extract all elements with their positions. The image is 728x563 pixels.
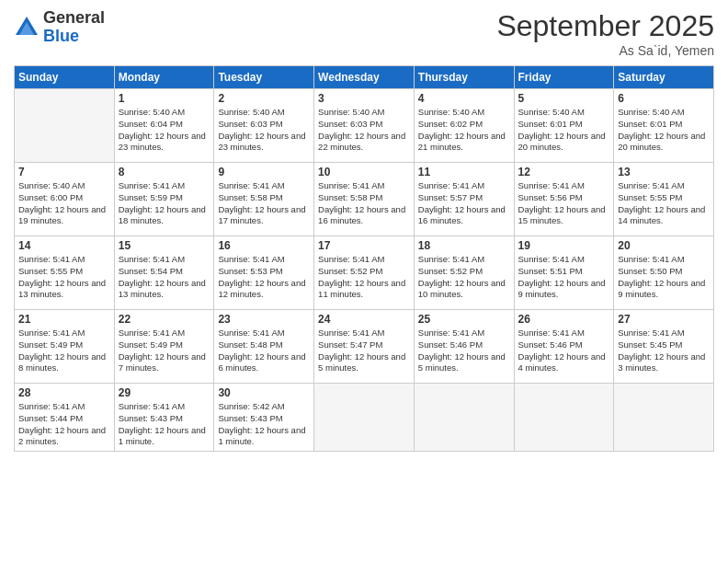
day-cell: 21Sunrise: 5:41 AM Sunset: 5:49 PM Dayli… xyxy=(15,310,115,384)
col-saturday: Saturday xyxy=(614,66,714,89)
day-cell xyxy=(614,384,714,452)
day-number: 11 xyxy=(418,166,510,178)
day-number: 14 xyxy=(18,239,110,252)
day-info: Sunrise: 5:41 AM Sunset: 5:58 PM Dayligh… xyxy=(318,180,410,227)
day-cell: 3Sunrise: 5:40 AM Sunset: 6:03 PM Daylig… xyxy=(314,89,415,163)
day-info: Sunrise: 5:42 AM Sunset: 5:43 PM Dayligh… xyxy=(218,401,310,448)
day-number: 12 xyxy=(518,166,610,178)
day-cell: 20Sunrise: 5:41 AM Sunset: 5:50 PM Dayli… xyxy=(614,236,714,310)
header-row: Sunday Monday Tuesday Wednesday Thursday… xyxy=(15,66,714,89)
day-cell: 7Sunrise: 5:40 AM Sunset: 6:00 PM Daylig… xyxy=(15,163,115,236)
day-info: Sunrise: 5:41 AM Sunset: 5:47 PM Dayligh… xyxy=(318,327,410,374)
day-cell: 2Sunrise: 5:40 AM Sunset: 6:03 PM Daylig… xyxy=(214,89,314,163)
week-row-3: 14Sunrise: 5:41 AM Sunset: 5:55 PM Dayli… xyxy=(15,236,714,310)
day-number: 26 xyxy=(518,313,610,326)
day-cell: 18Sunrise: 5:41 AM Sunset: 5:52 PM Dayli… xyxy=(414,236,514,310)
day-cell: 22Sunrise: 5:41 AM Sunset: 5:49 PM Dayli… xyxy=(114,310,214,384)
day-info: Sunrise: 5:41 AM Sunset: 5:55 PM Dayligh… xyxy=(18,254,110,301)
day-cell: 28Sunrise: 5:41 AM Sunset: 5:44 PM Dayli… xyxy=(15,384,115,452)
calendar-title: September 2025 xyxy=(496,9,714,43)
day-info: Sunrise: 5:41 AM Sunset: 5:55 PM Dayligh… xyxy=(618,180,710,227)
day-cell: 6Sunrise: 5:40 AM Sunset: 6:01 PM Daylig… xyxy=(614,89,714,163)
day-number: 21 xyxy=(18,313,110,326)
day-info: Sunrise: 5:41 AM Sunset: 5:45 PM Dayligh… xyxy=(618,327,710,374)
calendar-subtitle: As Sa`id, Yemen xyxy=(496,43,714,58)
col-tuesday: Tuesday xyxy=(214,66,314,89)
day-number: 25 xyxy=(418,313,510,326)
day-info: Sunrise: 5:41 AM Sunset: 5:59 PM Dayligh… xyxy=(119,180,210,227)
day-cell: 12Sunrise: 5:41 AM Sunset: 5:56 PM Dayli… xyxy=(514,163,614,236)
day-number: 6 xyxy=(618,92,710,105)
day-cell: 5Sunrise: 5:40 AM Sunset: 6:01 PM Daylig… xyxy=(514,89,614,163)
day-cell: 13Sunrise: 5:41 AM Sunset: 5:55 PM Dayli… xyxy=(614,163,714,236)
day-info: Sunrise: 5:40 AM Sunset: 6:00 PM Dayligh… xyxy=(18,180,110,227)
col-sunday: Sunday xyxy=(15,66,115,89)
day-info: Sunrise: 5:40 AM Sunset: 6:02 PM Dayligh… xyxy=(418,107,510,154)
day-cell: 15Sunrise: 5:41 AM Sunset: 5:54 PM Dayli… xyxy=(114,236,214,310)
day-info: Sunrise: 5:41 AM Sunset: 5:48 PM Dayligh… xyxy=(218,327,310,374)
day-number: 9 xyxy=(218,166,310,178)
day-info: Sunrise: 5:41 AM Sunset: 5:44 PM Dayligh… xyxy=(18,401,110,448)
logo: General Blue xyxy=(14,9,105,46)
day-cell: 16Sunrise: 5:41 AM Sunset: 5:53 PM Dayli… xyxy=(214,236,314,310)
day-number: 10 xyxy=(318,166,410,178)
day-cell: 14Sunrise: 5:41 AM Sunset: 5:55 PM Dayli… xyxy=(15,236,115,310)
day-cell xyxy=(514,384,614,452)
day-cell: 11Sunrise: 5:41 AM Sunset: 5:57 PM Dayli… xyxy=(414,163,514,236)
day-number: 29 xyxy=(119,386,210,399)
day-info: Sunrise: 5:41 AM Sunset: 5:50 PM Dayligh… xyxy=(618,254,710,301)
day-info: Sunrise: 5:41 AM Sunset: 5:52 PM Dayligh… xyxy=(418,254,510,301)
day-number: 5 xyxy=(518,92,610,105)
col-monday: Monday xyxy=(114,66,214,89)
day-info: Sunrise: 5:41 AM Sunset: 5:53 PM Dayligh… xyxy=(218,254,310,301)
week-row-4: 21Sunrise: 5:41 AM Sunset: 5:49 PM Dayli… xyxy=(15,310,714,384)
day-cell: 1Sunrise: 5:40 AM Sunset: 6:04 PM Daylig… xyxy=(114,89,214,163)
day-number: 22 xyxy=(119,313,210,326)
calendar-header: Sunday Monday Tuesday Wednesday Thursday… xyxy=(15,66,714,89)
day-number: 2 xyxy=(218,92,310,105)
logo-blue-text: Blue xyxy=(43,28,105,46)
title-block: September 2025 As Sa`id, Yemen xyxy=(496,9,714,58)
day-number: 13 xyxy=(618,166,710,178)
day-cell xyxy=(314,384,415,452)
header: General Blue September 2025 As Sa`id, Ye… xyxy=(14,9,714,58)
day-cell: 19Sunrise: 5:41 AM Sunset: 5:51 PM Dayli… xyxy=(514,236,614,310)
day-info: Sunrise: 5:41 AM Sunset: 5:57 PM Dayligh… xyxy=(418,180,510,227)
day-cell: 4Sunrise: 5:40 AM Sunset: 6:02 PM Daylig… xyxy=(414,89,514,163)
week-row-1: 1Sunrise: 5:40 AM Sunset: 6:04 PM Daylig… xyxy=(15,89,714,163)
day-cell: 17Sunrise: 5:41 AM Sunset: 5:52 PM Dayli… xyxy=(314,236,415,310)
day-cell: 27Sunrise: 5:41 AM Sunset: 5:45 PM Dayli… xyxy=(614,310,714,384)
day-number: 3 xyxy=(318,92,410,105)
day-cell: 26Sunrise: 5:41 AM Sunset: 5:46 PM Dayli… xyxy=(514,310,614,384)
week-row-2: 7Sunrise: 5:40 AM Sunset: 6:00 PM Daylig… xyxy=(15,163,714,236)
day-info: Sunrise: 5:41 AM Sunset: 5:58 PM Dayligh… xyxy=(218,180,310,227)
day-number: 1 xyxy=(119,92,210,105)
day-number: 16 xyxy=(218,239,310,252)
day-cell xyxy=(15,89,115,163)
day-info: Sunrise: 5:41 AM Sunset: 5:56 PM Dayligh… xyxy=(518,180,610,227)
day-number: 24 xyxy=(318,313,410,326)
day-info: Sunrise: 5:40 AM Sunset: 6:01 PM Dayligh… xyxy=(618,107,710,154)
day-number: 17 xyxy=(318,239,410,252)
day-number: 28 xyxy=(18,386,110,399)
day-number: 27 xyxy=(618,313,710,326)
day-cell: 30Sunrise: 5:42 AM Sunset: 5:43 PM Dayli… xyxy=(214,384,314,452)
day-info: Sunrise: 5:40 AM Sunset: 6:01 PM Dayligh… xyxy=(518,107,610,154)
day-cell: 10Sunrise: 5:41 AM Sunset: 5:58 PM Dayli… xyxy=(314,163,415,236)
day-info: Sunrise: 5:41 AM Sunset: 5:52 PM Dayligh… xyxy=(318,254,410,301)
day-number: 7 xyxy=(18,166,110,178)
day-info: Sunrise: 5:41 AM Sunset: 5:49 PM Dayligh… xyxy=(18,327,110,374)
day-info: Sunrise: 5:41 AM Sunset: 5:54 PM Dayligh… xyxy=(119,254,210,301)
day-cell xyxy=(414,384,514,452)
day-number: 19 xyxy=(518,239,610,252)
day-number: 4 xyxy=(418,92,510,105)
col-friday: Friday xyxy=(514,66,614,89)
logo-icon xyxy=(14,15,40,40)
day-info: Sunrise: 5:41 AM Sunset: 5:43 PM Dayligh… xyxy=(119,401,210,448)
day-info: Sunrise: 5:41 AM Sunset: 5:51 PM Dayligh… xyxy=(518,254,610,301)
week-row-5: 28Sunrise: 5:41 AM Sunset: 5:44 PM Dayli… xyxy=(15,384,714,452)
logo-general-text: General xyxy=(43,9,105,28)
day-info: Sunrise: 5:41 AM Sunset: 5:49 PM Dayligh… xyxy=(119,327,210,374)
calendar-page: General Blue September 2025 As Sa`id, Ye… xyxy=(0,0,728,563)
day-info: Sunrise: 5:41 AM Sunset: 5:46 PM Dayligh… xyxy=(518,327,610,374)
